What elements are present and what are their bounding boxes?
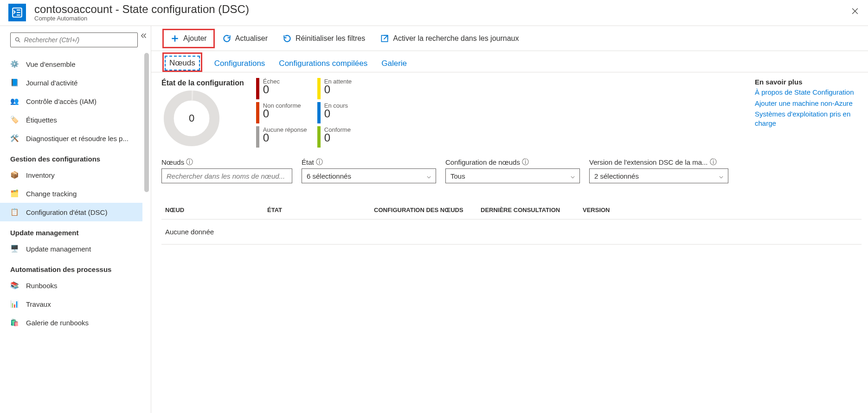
donut-center-value: 0 [161,88,222,148]
page-subtitle: Compte Automation [34,15,862,22]
sidebar-search[interactable] [10,32,138,47]
refresh-button[interactable]: Actualiser [215,29,275,48]
bar-icon [256,78,259,99]
filter-nodes: Nœudsⓘ [161,158,292,183]
refresh-icon [222,34,231,43]
chevron-down-icon: ⌵ [571,172,575,180]
jobs-icon: 📊 [10,300,19,308]
change-icon: 🗂️ [10,189,19,198]
svg-line-4 [19,41,20,42]
nav-overview[interactable]: ⚙️Vue d'ensemble [0,55,142,73]
nav-inventory[interactable]: 📦Inventory [0,166,142,184]
nav-runbooks[interactable]: 📚Runbooks [0,276,142,295]
reset-label: Réinitialiser les filtres [296,34,365,43]
nav-label: Configuration d'état (DSC) [26,208,107,216]
filter-label: État [302,158,314,166]
collapse-sidebar-button[interactable] [140,32,148,41]
nav-label: Update management [26,245,91,253]
nav-label: Diagnostiquer et résoudre les p... [26,135,129,142]
nav-label: Étiquettes [26,116,57,124]
reset-filters-button[interactable]: Réinitialiser les filtres [275,29,373,48]
nodes-search-input-wrap[interactable] [161,168,292,183]
tab-configurations[interactable]: Configurations [212,59,267,72]
metric-value: 0 [263,132,307,143]
filter-state: Étatⓘ 6 sélectionnés⌵ [302,158,436,183]
dropdown-value: 6 sélectionnés [307,172,351,180]
bar-icon [256,126,259,148]
nav-dsc[interactable]: 📋Configuration d'état (DSC) [0,203,142,221]
info-icon[interactable]: ⓘ [316,158,323,167]
tab-nodes[interactable]: Nœuds [165,56,200,71]
metric-value: 0 [263,84,280,95]
overview-icon: ⚙️ [10,60,19,68]
learn-more-panel: En savoir plus À propos de State Configu… [755,78,862,129]
nav-runbook-gallery[interactable]: 🛍️Galerie de runbooks [0,313,142,332]
section-process: Automatisation des processus [0,258,142,276]
nodes-search-input[interactable] [167,172,287,180]
sidebar-search-input[interactable] [24,36,134,44]
col-config[interactable]: CONFIGURATION DES NŒUDS [374,206,481,213]
link-add-non-azure[interactable]: Ajouter une machine non-Azure [755,99,862,108]
tag-icon: 🏷️ [10,116,19,124]
link-about-state-config[interactable]: À propos de State Configuration [755,88,862,97]
nav-change-tracking[interactable]: 🗂️Change tracking [0,184,142,203]
svg-point-3 [15,38,19,41]
metric-pending: En attente0 [317,78,352,99]
filter-dsc-version: Version de l'extension DSC de la ma...ⓘ … [589,158,728,183]
add-button[interactable]: Ajouter [162,29,215,48]
nav-label: Vue d'ensemble [26,60,76,68]
log-icon: 📘 [10,78,19,87]
nav-jobs[interactable]: 📊Travaux [0,295,142,313]
sidebar-scrollbar[interactable] [144,53,149,192]
runbooks-icon: 📚 [10,281,19,290]
tab-compiled-configurations[interactable]: Configurations compilées [277,59,369,72]
chevron-down-icon: ⌵ [427,172,431,180]
col-last-seen[interactable]: DERNIÈRE CONSULTATION [481,206,583,213]
dsc-nav-icon: 📋 [10,208,19,216]
dropdown-value: 2 sélectionnés [594,172,639,180]
filter-label: Version de l'extension DSC de la ma... [589,158,708,166]
col-version[interactable]: VERSION [583,206,652,213]
sidebar-nav: ⚙️Vue d'ensemble 📘Journal d'activité 👥Co… [0,53,151,413]
page-title: contosoaccount - State configuration (DS… [34,3,862,16]
metric-inprogress: En cours0 [317,102,348,123]
metric-noncompliant: Non conforme0 [256,102,307,123]
toolbar: Ajouter Actualiser Réinitialiser les fil… [151,26,868,51]
info-icon[interactable]: ⓘ [186,158,193,167]
nav-diagnose[interactable]: 🛠️Diagnostiquer et résoudre les p... [0,129,142,148]
link-supported-os[interactable]: Systèmes d'exploitation pris en charge [755,110,862,128]
logsearch-label: Activer la recherche dans les journaux [393,34,519,43]
dropdown-value: Tous [450,172,465,180]
info-icon[interactable]: ⓘ [710,158,717,167]
col-node[interactable]: NŒUD [165,206,267,213]
col-state[interactable]: ÉTAT [267,206,374,213]
info-icon[interactable]: ⓘ [522,158,529,167]
nav-update-mgmt[interactable]: 🖥️Update management [0,239,142,258]
sidebar: ⚙️Vue d'ensemble 📘Journal d'activité 👥Co… [0,26,151,413]
metric-label: Aucune réponse [263,126,307,133]
nodeconfig-dropdown[interactable]: Tous⌵ [445,168,580,183]
close-button[interactable] [848,4,862,19]
nav-tags[interactable]: 🏷️Étiquettes [0,110,142,129]
add-label: Ajouter [183,34,207,43]
nav-label: Inventory [26,171,55,179]
filter-label: Configuration de nœuds [445,158,520,166]
tabs: Nœuds Configurations Configurations comp… [151,51,868,72]
nav-label: Runbooks [26,282,58,290]
nav-label: Change tracking [26,190,77,198]
enable-log-search-button[interactable]: Activer la recherche dans les journaux [373,29,526,48]
tab-gallery[interactable]: Galerie [379,59,409,72]
chevron-down-icon: ⌵ [719,172,723,180]
table-header: NŒUD ÉTAT CONFIGURATION DES NŒUDS DERNIÈ… [161,206,862,219]
metric-value: 0 [324,132,351,143]
dsc-version-dropdown[interactable]: 2 sélectionnés⌵ [589,168,728,183]
learn-more-heading: En savoir plus [755,78,862,86]
nav-iam[interactable]: 👥Contrôle d'accès (IAM) [0,92,142,110]
nav-activity-log[interactable]: 📘Journal d'activité [0,73,142,92]
inventory-icon: 📦 [10,171,19,179]
state-dropdown[interactable]: 6 sélectionnés⌵ [302,168,436,183]
blade-header: contosoaccount - State configuration (DS… [0,0,868,26]
svg-line-8 [384,35,388,39]
table-empty-message: Aucune donnée [161,219,862,245]
nav-label: Journal d'activité [26,79,77,87]
